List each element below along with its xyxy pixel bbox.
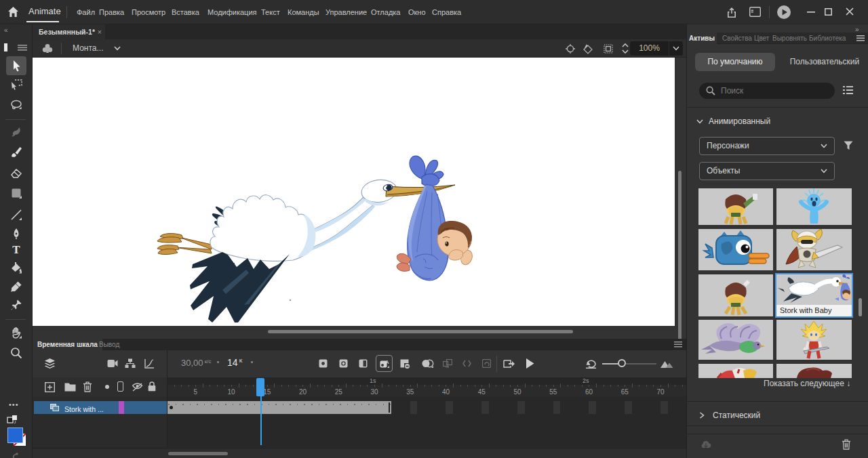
- svg-text:A: A: [385, 359, 389, 365]
